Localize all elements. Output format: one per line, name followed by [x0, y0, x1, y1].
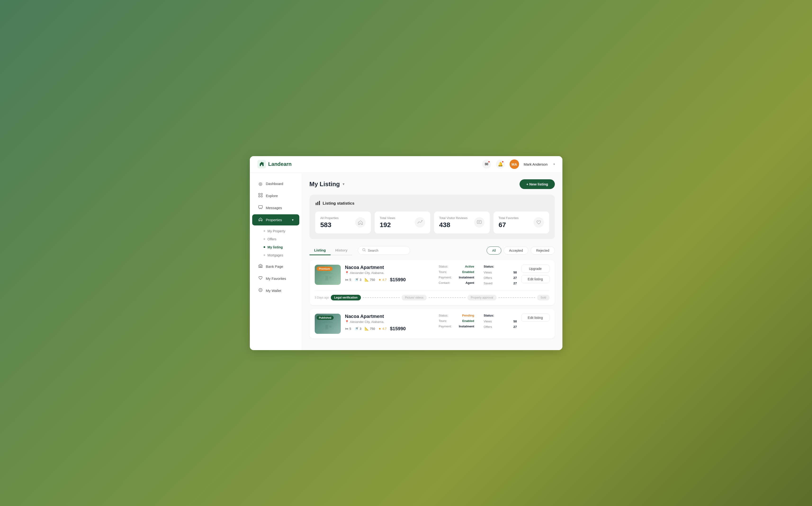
filter-btn-rejected[interactable]: Rejected [531, 247, 555, 255]
payment-val-0: Instalment [459, 276, 474, 279]
notification-button[interactable]: 🔔 [496, 160, 505, 169]
svg-rect-19 [325, 276, 328, 280]
status-val-1: Pending [462, 314, 474, 317]
sidebar-item-offers[interactable]: Offers [261, 235, 302, 243]
page-title-arrow-icon: ▾ [343, 182, 344, 186]
status-cols-1: Status: Pending Tours: Enabled Payment: … [438, 314, 517, 331]
step-picture-0: Picture/ videos [402, 295, 427, 301]
filter-btn-all[interactable]: All [487, 247, 501, 255]
svg-rect-7 [259, 266, 259, 267]
sidebar-item-messages[interactable]: Messages [252, 202, 299, 214]
edit-listing-button-0[interactable]: Edit listing [521, 275, 550, 283]
sidebar-item-my-listing[interactable]: My listing [261, 243, 302, 251]
sidebar-label-bank-page: Bank Page [266, 264, 283, 268]
submenu-label-my-listing: My listing [268, 245, 283, 249]
user-dropdown-arrow[interactable]: ▾ [553, 163, 555, 166]
contact-key-0: Contact: [438, 281, 454, 284]
sidebar-label-explore: Explore [266, 194, 278, 198]
wallet-icon [258, 288, 263, 293]
dashboard-icon: ◎ [258, 181, 263, 186]
properties-icon [258, 217, 263, 223]
logo: Landearn [257, 160, 292, 168]
listing-card-top-0: Premium Nacoa Apartment 📍 Alexander City… [315, 265, 550, 287]
favorites-icon [258, 276, 263, 281]
status-col-right-0: Status: Views 50 Offers 27 Saved [484, 265, 517, 287]
status-row-status-0: Status: Active [438, 265, 474, 268]
star-icon-1: ★ [379, 327, 381, 331]
upgrade-button[interactable]: Upgrade [521, 265, 550, 273]
stat-card-all-properties: All Properties 583 [315, 212, 371, 234]
views-key-0: Views [484, 271, 499, 274]
edit-listing-button-1[interactable]: Edit listing [521, 314, 550, 322]
sidebar-item-my-wallet[interactable]: My Wallet [252, 285, 299, 296]
tab-listing[interactable]: Listing [310, 246, 331, 255]
step-legal-0: Legal verification [331, 295, 361, 301]
property-price-0: $15990 [390, 277, 406, 282]
search-input[interactable] [368, 249, 406, 252]
rating-spec-1: ★ 4.7 [379, 327, 387, 331]
tab-history[interactable]: History [331, 246, 352, 255]
property-location-1: 📍 Alexander City, Alabama. [345, 320, 434, 324]
tours-key-1: Tours: [438, 319, 454, 323]
status-key-0: Status: [438, 265, 454, 268]
star-icon-0: ★ [379, 278, 381, 281]
logo-icon [257, 160, 266, 168]
stat-card-left-1: Total Views 192 [380, 216, 396, 229]
tours-val-1: Enabled [462, 319, 474, 323]
property-details-1: Nacoa Apartment 📍 Alexander City, Alabam… [345, 314, 434, 331]
beds-spec-0: 🛏 5 [345, 278, 351, 281]
page-title: My Listing ▾ [310, 180, 345, 188]
status-row-contact-0: Contact: Agent [438, 281, 474, 284]
stats-title-1: Status: [484, 314, 517, 317]
new-listing-button[interactable]: + New listing [520, 179, 555, 189]
sidebar-item-mortgages[interactable]: Mortgages [261, 251, 302, 259]
svg-rect-5 [261, 196, 262, 197]
properties-chevron-icon: ▾ [292, 218, 294, 222]
sidebar-label-dashboard: Dashboard [266, 182, 283, 186]
step-approval-0: Property approval [467, 295, 496, 301]
property-img-wrap-1: Published [315, 314, 341, 334]
offers-key-1: Offers [484, 325, 499, 329]
status-key-1: Status: [438, 314, 454, 317]
stat-label-1: Total Views [380, 216, 396, 220]
notification-badge [501, 161, 504, 163]
payment-val-1: Instalment [459, 325, 474, 328]
svg-rect-3 [261, 193, 262, 195]
svg-rect-6 [259, 205, 262, 208]
sidebar-item-explore[interactable]: Explore [252, 190, 299, 201]
property-specs-1: 🛏 5 🚿 3 📐 750 [345, 326, 434, 331]
sidebar-item-properties[interactable]: Properties ▾ [252, 214, 299, 226]
bath-icon-1: 🚿 [354, 327, 358, 331]
user-name: Mark Anderson [524, 162, 548, 166]
time-ago-0: 3 Days ago [315, 296, 329, 299]
views-row-0: Views 50 [484, 271, 517, 274]
stats-title-text: Listing statistics [323, 201, 354, 206]
filter-btn-accepted[interactable]: Accepted [504, 247, 528, 255]
contact-val-0: Agent [466, 281, 474, 284]
svg-rect-9 [262, 266, 262, 267]
listing-card-top-1: Published Nacoa Apartment 📍 Alexander Ci… [315, 314, 550, 334]
stat-icon-2 [474, 217, 484, 228]
stat-icon-1 [415, 217, 425, 228]
progress-bar-0: 3 Days ago Legal verification Picture/ v… [315, 291, 550, 301]
stat-label-0: All Properties [320, 216, 339, 220]
beds-spec-1: 🛏 5 [345, 327, 351, 331]
svg-rect-14 [319, 201, 320, 205]
mail-button[interactable]: ✉ [482, 160, 491, 169]
svg-rect-16 [477, 221, 481, 224]
stat-icon-0 [355, 217, 365, 228]
location-pin-icon-0: 📍 [345, 271, 349, 275]
property-details-0: Nacoa Apartment 📍 Alexander City, Alabam… [345, 265, 434, 282]
properties-submenu: My Property Offers My listing Mortgages [261, 227, 302, 259]
offers-key-0: Offers [484, 276, 499, 280]
stats-chart-icon [315, 200, 320, 207]
svg-rect-4 [259, 196, 260, 197]
sidebar-item-dashboard[interactable]: ◎ Dashboard [252, 178, 299, 189]
body-layout: ◎ Dashboard Explore Messages Properties [250, 173, 562, 350]
sidebar-item-my-property[interactable]: My Property [261, 227, 302, 235]
tabs-and-search: Listing History [310, 246, 410, 255]
sidebar-item-my-favorites[interactable]: My Favorites [252, 273, 299, 284]
listing-tabs: Listing History [310, 246, 352, 255]
svg-rect-12 [316, 203, 317, 205]
sidebar-item-bank-page[interactable]: Bank Page [252, 261, 299, 272]
